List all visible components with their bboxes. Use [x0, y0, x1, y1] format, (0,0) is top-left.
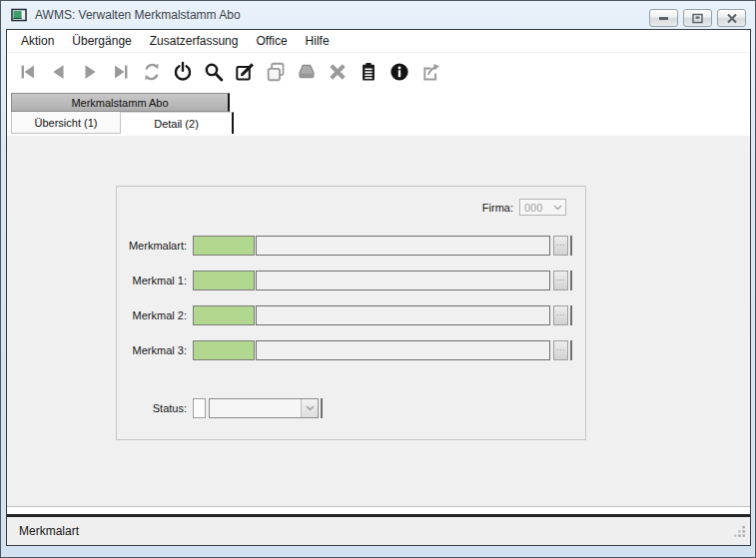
window-title: AWMS: Verwalten Merkmalstamm Abo: [35, 8, 241, 22]
merkmalart-code-input[interactable]: [193, 236, 255, 256]
info-icon: [388, 61, 410, 83]
merkmal2-description-field[interactable]: [256, 305, 550, 325]
clipboard-icon: [358, 61, 379, 83]
form-groupbox: Firma: 000 Merkmalart: ...: [116, 186, 586, 440]
firma-select[interactable]: 000: [519, 199, 566, 216]
status-select[interactable]: [209, 398, 319, 418]
restore-icon: [691, 13, 704, 24]
previous-record-button[interactable]: [47, 59, 70, 85]
menu-item-office[interactable]: Office: [247, 31, 296, 51]
drive-icon: [296, 61, 318, 83]
tab-detail[interactable]: Detail (2): [121, 112, 234, 134]
status-label: Status:: [117, 402, 187, 414]
tabstrip: Merkmalstamm Abo Übersicht (1) Detail (2…: [7, 91, 750, 134]
merkmal2-browse-button[interactable]: ...: [553, 305, 568, 325]
merkmalart-row: Merkmalart: ...: [117, 236, 572, 256]
exit-button[interactable]: [171, 59, 194, 85]
merkmalart-label: Merkmalart:: [117, 240, 187, 252]
tab-uebersicht[interactable]: Übersicht (1): [11, 112, 121, 134]
merkmal3-row: Merkmal 3: ...: [117, 340, 572, 360]
page-tabs: Übersicht (1) Detail (2): [11, 112, 750, 134]
field-shadow: [570, 271, 572, 290]
next-record-button[interactable]: [78, 59, 101, 85]
field-shadow: [570, 340, 572, 360]
status-code-box[interactable]: [193, 398, 206, 418]
field-shadow: [570, 236, 572, 256]
tab-merkmalstamm-abo[interactable]: Merkmalstamm Abo: [11, 93, 230, 112]
merkmal3-code-input[interactable]: [193, 340, 255, 360]
power-icon: [172, 61, 194, 83]
drive-button[interactable]: [295, 59, 318, 85]
previous-record-icon: [48, 61, 70, 83]
field-shadow: [321, 398, 323, 418]
detail-page: Firma: 000 Merkmalart: ...: [7, 134, 750, 506]
merkmal3-browse-button[interactable]: ...: [553, 340, 568, 360]
delete-button[interactable]: [326, 59, 349, 85]
minimize-icon: [657, 13, 670, 23]
status-row: Status:: [117, 398, 323, 418]
copy-icon: [265, 61, 287, 83]
client-area: Aktion Übergänge Zusatzerfassung Office …: [6, 29, 751, 546]
merkmal1-description-field[interactable]: [256, 271, 550, 290]
merkmal1-label: Merkmal 1:: [117, 275, 187, 286]
info-button[interactable]: [387, 59, 410, 85]
merkmalart-browse-button[interactable]: ...: [553, 236, 568, 256]
merkmal1-browse-button[interactable]: ...: [553, 271, 568, 290]
menu-item-hilfe[interactable]: Hilfe: [297, 31, 339, 51]
edit-button[interactable]: [233, 59, 256, 85]
search-icon: [203, 61, 225, 83]
chevron-down-icon: [553, 205, 562, 211]
firma-row: Firma: 000: [482, 199, 566, 216]
firma-label: Firma:: [482, 202, 513, 214]
minimize-button[interactable]: [649, 9, 678, 27]
toolbar: [7, 52, 750, 91]
merkmal2-label: Merkmal 2:: [117, 309, 187, 321]
copy-button[interactable]: [264, 59, 287, 85]
last-record-icon: [110, 61, 132, 83]
export-icon: [419, 61, 441, 83]
menu-item-zusatzerfassung[interactable]: Zusatzerfassung: [141, 31, 248, 51]
refresh-button[interactable]: [140, 59, 163, 85]
chevron-down-icon: [306, 405, 315, 411]
status-select-chevron[interactable]: [301, 399, 318, 417]
group-tab-label: Merkmalstamm Abo: [71, 97, 168, 109]
tabstrip-filler: [234, 112, 750, 134]
application-icon: [11, 7, 27, 23]
merkmal1-code-input[interactable]: [193, 271, 255, 290]
menubar: Aktion Übergänge Zusatzerfassung Office …: [7, 30, 750, 52]
search-button[interactable]: [202, 59, 225, 85]
firma-value: 000: [524, 202, 542, 214]
tab-detail-label: Detail (2): [154, 118, 199, 130]
delete-x-icon: [327, 61, 349, 83]
window-controls: [649, 9, 746, 27]
export-button[interactable]: [418, 59, 441, 85]
application-window: AWMS: Verwalten Merkmalstamm Abo: [0, 0, 756, 558]
merkmal3-description-field[interactable]: [256, 340, 550, 360]
field-shadow: [570, 305, 572, 325]
statusbar: Merkmalart: [7, 517, 750, 545]
tab-uebersicht-label: Übersicht (1): [35, 117, 98, 129]
close-button[interactable]: [717, 9, 746, 27]
close-icon: [726, 13, 738, 24]
resize-grip-icon: [733, 525, 746, 538]
merkmal1-row: Merkmal 1: ...: [117, 271, 572, 290]
content-bottom-strip: [7, 506, 750, 514]
first-record-icon: [17, 61, 39, 83]
edit-icon: [234, 61, 256, 83]
menu-item-uebergaenge[interactable]: Übergänge: [63, 31, 140, 51]
last-record-button[interactable]: [109, 59, 132, 85]
merkmal2-row: Merkmal 2: ...: [117, 305, 572, 325]
statusbar-text: Merkmalart: [19, 524, 79, 538]
merkmal2-code-input[interactable]: [193, 305, 255, 325]
merkmal3-label: Merkmal 3:: [117, 344, 187, 356]
titlebar[interactable]: AWMS: Verwalten Merkmalstamm Abo: [1, 1, 755, 29]
first-record-button[interactable]: [16, 59, 39, 85]
resize-grip[interactable]: [733, 525, 746, 541]
refresh-icon: [141, 61, 163, 83]
merkmalart-description-field[interactable]: [256, 236, 550, 256]
menu-item-aktion[interactable]: Aktion: [12, 31, 63, 51]
clipboard-button[interactable]: [357, 59, 379, 85]
restore-button[interactable]: [683, 9, 712, 27]
next-record-icon: [79, 61, 101, 83]
